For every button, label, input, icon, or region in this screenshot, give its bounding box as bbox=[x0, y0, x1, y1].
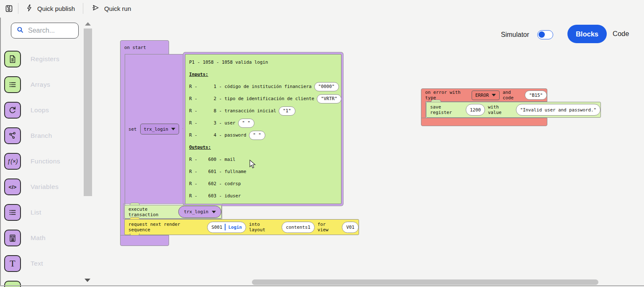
error-type-dropdown[interactable]: ERROR bbox=[472, 90, 500, 100]
variable-dropdown[interactable]: trx_login bbox=[140, 124, 180, 134]
horizontal-scrollbar-thumb[interactable] bbox=[252, 279, 598, 285]
sidebar-item-label: Branch bbox=[31, 132, 52, 140]
transaction-definition-block[interactable]: P1 - 1058 - 1058 valida login Inputs: R … bbox=[185, 54, 341, 204]
sidebar-item-label: List bbox=[31, 209, 41, 216]
error-type-value: ERROR bbox=[475, 93, 489, 98]
app-window: Quick publish Quick run bbox=[0, 0, 644, 287]
layout-pill[interactable]: contents1 bbox=[282, 222, 315, 233]
sidebar-item-branch[interactable]: Branch bbox=[4, 127, 82, 144]
sidebar-item-loops[interactable]: Loops bbox=[4, 102, 82, 119]
input-row: R - 4 - password " " bbox=[189, 129, 341, 141]
loop-arrow-icon bbox=[4, 102, 21, 119]
sidebar-item-label: Loops bbox=[31, 106, 49, 114]
output-row: R - 601 - fullname bbox=[189, 165, 341, 178]
save-register-label-1: save register bbox=[430, 104, 463, 115]
sidebar-item-label: Arrays bbox=[31, 81, 50, 88]
value-pill[interactable]: "1" bbox=[279, 106, 295, 116]
output-row: R - 600 - mail bbox=[189, 153, 341, 165]
set-variable-block[interactable]: set trx_login to bbox=[125, 54, 185, 204]
block-category-list: Registers Arrays Loops bbox=[4, 51, 82, 287]
value-pill[interactable]: " " bbox=[249, 131, 266, 140]
on-start-label: on start bbox=[124, 45, 146, 50]
quick-run-label: Quick run bbox=[104, 5, 131, 12]
toggle-knob bbox=[539, 31, 545, 38]
on-start-footer bbox=[120, 235, 169, 246]
quick-run-button[interactable]: Quick run bbox=[91, 4, 131, 13]
transaction-dropdown[interactable]: trx_login bbox=[178, 206, 221, 218]
simulator-label: Simulator bbox=[501, 31, 529, 39]
view-pill[interactable]: V01 bbox=[342, 222, 359, 233]
toolbar-divider bbox=[18, 3, 18, 14]
workspace-left-border bbox=[0, 18, 1, 286]
text-icon: T bbox=[4, 255, 21, 272]
sidebar-item-functions[interactable]: ƒ(×) Functions bbox=[4, 153, 82, 170]
output-row: R - 602 - codrsp bbox=[189, 178, 341, 190]
chevron-down-icon bbox=[492, 94, 496, 96]
value-pill[interactable]: "VRTR" bbox=[317, 94, 341, 103]
save-button[interactable] bbox=[5, 4, 13, 13]
code-view-button[interactable]: Code bbox=[613, 30, 629, 38]
sidebar-item-label: Functions bbox=[31, 158, 60, 165]
output-row: R - 603 - iduser bbox=[189, 190, 341, 202]
sidebar-item-list[interactable]: List bbox=[4, 204, 82, 221]
blocks-view-button[interactable]: Blocks bbox=[567, 25, 607, 43]
save-register-label-2: with value bbox=[488, 104, 513, 115]
search-input[interactable] bbox=[28, 27, 70, 34]
lightning-icon bbox=[26, 4, 33, 13]
execute-transaction-label: execute transaction bbox=[128, 207, 175, 217]
list-icon bbox=[4, 204, 21, 221]
scroll-up-arrow[interactable] bbox=[85, 22, 91, 26]
sequence-name: Login bbox=[228, 225, 242, 230]
on-error-spine bbox=[421, 101, 426, 118]
scroll-down-arrow[interactable] bbox=[85, 279, 90, 282]
quick-publish-label: Quick publish bbox=[37, 5, 75, 12]
input-row: R - 8 - transacción inicial "1" bbox=[189, 105, 341, 117]
sequence-pill[interactable]: S001 Login bbox=[207, 222, 246, 233]
on-error-label-2: and code bbox=[503, 90, 522, 101]
toolbar-divider bbox=[83, 3, 83, 14]
register-pill[interactable]: 1200 bbox=[466, 104, 485, 116]
save-icon bbox=[5, 4, 13, 13]
on-error-label-1: on error with type bbox=[425, 90, 469, 101]
register-value-pill[interactable]: "Invalid user and password." bbox=[516, 104, 600, 116]
sidebar-item-text[interactable]: T Text bbox=[4, 255, 82, 272]
render-label-1: request next render sequence bbox=[128, 222, 204, 233]
on-start-block[interactable]: on start bbox=[120, 40, 169, 54]
transaction-title: P1 - 1058 - 1058 valida login bbox=[189, 56, 341, 68]
sidebar-item-arrays[interactable]: Arrays bbox=[4, 76, 82, 93]
outputs-heading: Outputs: bbox=[189, 145, 211, 150]
top-toolbar: Quick publish Quick run bbox=[0, 0, 644, 17]
sequence-separator bbox=[225, 224, 226, 230]
set-label: set bbox=[128, 127, 137, 132]
execute-transaction-block[interactable]: execute transaction trx_login bbox=[124, 205, 222, 219]
render-label-3: for view bbox=[318, 222, 339, 233]
search-icon bbox=[16, 26, 24, 35]
sidebar-item-registers[interactable]: Registers bbox=[4, 51, 82, 67]
workspace-bottom-border bbox=[0, 285, 644, 286]
code-icon: </> bbox=[4, 178, 21, 195]
vertical-scrollbar-thumb[interactable] bbox=[84, 28, 92, 196]
chevron-down-icon bbox=[212, 211, 216, 213]
sidebar-item-math[interactable]: Math bbox=[4, 230, 82, 246]
calculator-icon bbox=[4, 230, 21, 246]
branch-icon bbox=[4, 127, 21, 144]
simulator-toggle[interactable] bbox=[537, 30, 553, 39]
document-icon bbox=[4, 51, 21, 67]
value-pill[interactable]: "0000" bbox=[314, 82, 339, 91]
sequence-code: S001 bbox=[211, 225, 222, 230]
sidebar-item-label: Registers bbox=[31, 55, 59, 63]
render-label-2: into layout bbox=[249, 222, 279, 233]
search-box[interactable] bbox=[11, 23, 79, 39]
chevron-down-icon bbox=[171, 128, 175, 130]
value-pill[interactable]: " " bbox=[238, 119, 255, 128]
sidebar-item-label: Text bbox=[31, 260, 43, 267]
quick-publish-button[interactable]: Quick publish bbox=[26, 4, 75, 13]
save-register-block[interactable]: save register 1200 with value "Invalid u… bbox=[426, 102, 601, 118]
fx-icon: ƒ(×) bbox=[4, 153, 21, 170]
variable-dropdown-value: trx_login bbox=[144, 127, 169, 132]
error-code-pill[interactable]: "B15" bbox=[525, 90, 547, 100]
request-render-block[interactable]: request next render sequence S001 Login … bbox=[124, 219, 359, 235]
sidebar-item-label: Math bbox=[31, 234, 46, 242]
mouse-cursor bbox=[249, 160, 257, 171]
sidebar-item-variables[interactable]: </> Variables bbox=[4, 178, 82, 195]
